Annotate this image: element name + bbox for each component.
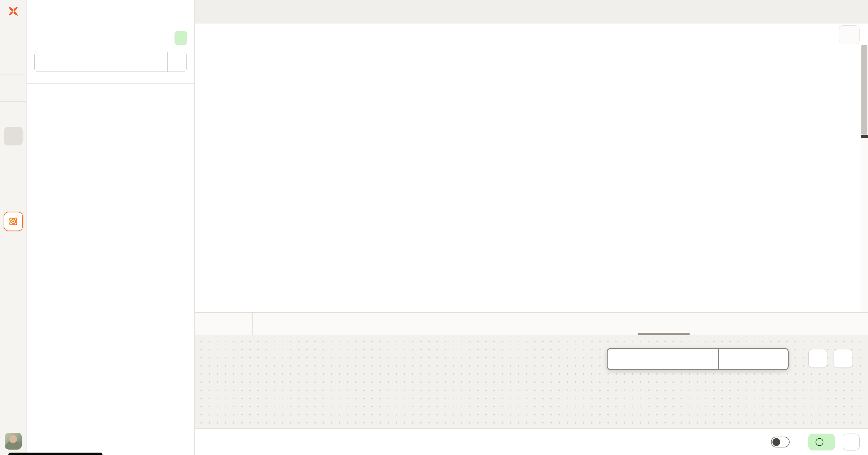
lineage-graph[interactable] (195, 335, 868, 428)
screen-edge (8, 453, 102, 455)
docs-book-icon[interactable] (4, 381, 23, 400)
commit-and-sync-button[interactable] (35, 52, 167, 72)
organization-building-icon[interactable] (4, 402, 23, 421)
status-bar (195, 428, 868, 455)
status-circle-icon (815, 438, 824, 446)
refresh-icon[interactable] (834, 349, 852, 368)
commit-split-button (34, 52, 187, 72)
dashboard-grid-icon[interactable] (4, 106, 23, 124)
scrollbar-marker (861, 135, 868, 138)
tab-strip (195, 0, 868, 24)
commit-dropdown-button[interactable] (167, 52, 186, 72)
dbt-cloud-ide (0, 0, 868, 455)
save-button[interactable] (839, 25, 860, 44)
copilot-atom-icon[interactable] (4, 212, 23, 231)
notebook-icon[interactable] (4, 52, 23, 70)
windows-icon[interactable] (4, 190, 23, 209)
canvas-frame-icon[interactable] (4, 148, 23, 167)
sidebar (27, 0, 195, 455)
explore-search-icon[interactable] (4, 169, 23, 188)
active-tab-underline (638, 333, 689, 335)
terminal-icon[interactable] (4, 318, 23, 336)
rail-divider (0, 75, 27, 75)
toolbar-divider (252, 312, 253, 335)
defer-toggle[interactable] (771, 436, 789, 448)
update-graph-button[interactable] (718, 349, 788, 369)
branch-row (27, 0, 194, 24)
file-explorer-header[interactable] (27, 85, 194, 104)
bottom-panel-toolbar (195, 312, 868, 335)
tabstrip-actions (195, 0, 868, 24)
code-editor[interactable] (195, 45, 868, 312)
editor-minimap[interactable] (788, 45, 837, 129)
support-headset-icon[interactable] (4, 360, 23, 379)
breadcrumb-row (195, 24, 868, 45)
changes-count-badge (175, 31, 187, 45)
sidebar-divider (27, 83, 194, 84)
deploy-drawer-icon[interactable] (4, 79, 23, 97)
user-avatar[interactable] (5, 433, 22, 450)
lineage-selector-input[interactable] (608, 349, 718, 369)
scrollbar-thumb[interactable] (861, 45, 867, 135)
tasks-clipboard-icon[interactable] (4, 339, 23, 358)
home-icon[interactable] (4, 31, 23, 50)
dbt-logo-icon (6, 4, 20, 19)
main-area (195, 0, 868, 455)
left-rail (0, 0, 27, 455)
version-control-header[interactable] (27, 31, 194, 45)
ready-status-badge[interactable] (808, 433, 835, 451)
lineage-search-overlay (607, 348, 789, 370)
editor-scrollbar[interactable] (861, 45, 868, 312)
status-more-icon[interactable] (843, 433, 860, 451)
code-editor-icon[interactable] (4, 127, 23, 145)
fullscreen-icon[interactable] (808, 349, 827, 368)
